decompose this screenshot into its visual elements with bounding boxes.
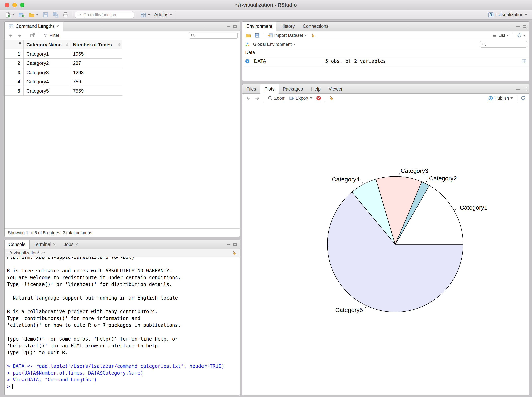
close-tab-icon[interactable] [56,24,59,29]
maximize-icon [233,25,237,28]
print-button[interactable] [61,11,70,19]
refresh-environment-button[interactable] [515,32,527,39]
export-plot-button[interactable]: Export [288,95,314,101]
delete-plot-icon [316,96,321,101]
close-tab-icon[interactable] [75,242,78,247]
new-project-button[interactable] [17,11,26,19]
tab-label: Packages [283,86,303,92]
open-in-new-window-button[interactable] [28,32,37,39]
table-row: 4Category4759 [5,77,122,86]
maximize-pane-button[interactable] [523,87,526,90]
nav-forward-button[interactable] [15,32,24,39]
console-pane: Console Terminal Jobs [4,240,240,395]
object-name: DATA [252,58,323,64]
import-dataset-button[interactable]: Import Dataset [266,32,308,39]
maximize-pane-button[interactable] [523,25,526,28]
tab-console[interactable]: Console [5,240,30,249]
tab-terminal[interactable]: Terminal [30,240,60,249]
save-workspace-button[interactable] [253,32,261,39]
filter-button[interactable]: Filter [42,32,61,39]
table-search-box [189,32,238,39]
cell-number-of-times: 237 [70,59,122,68]
list-icon [492,33,497,38]
pie-label-line [399,173,399,176]
tab-jobs[interactable]: Jobs [60,240,82,249]
tab-label: Viewer [329,86,342,92]
new-file-button[interactable] [3,11,16,19]
column-header-category-name[interactable]: Category.Name [24,40,70,50]
caret-down-icon [148,14,150,15]
tab-command-lengths[interactable]: Command Lengths [5,22,63,31]
publish-label: Publish [494,96,509,101]
data-table-body: 1Category119652Category22373Category3129… [5,50,122,96]
minimize-window-button[interactable] [13,3,17,7]
close-window-button[interactable] [5,3,9,7]
sort-arrows-icon [66,43,68,46]
environment-scope-button[interactable]: Global Environment [252,41,297,48]
previous-plot-button[interactable] [244,95,252,101]
remove-plot-button[interactable] [315,95,323,101]
clear-environment-button[interactable] [309,32,317,39]
goto-file-input[interactable] [83,12,132,17]
caret-down-icon [507,35,509,36]
pane-layout-button[interactable] [139,11,152,19]
console[interactable]: Platform: x86_64-apple-darwin15.6.0 (64-… [5,257,240,395]
environment-view-mode-button[interactable]: List [490,32,510,39]
open-file-button[interactable] [27,11,40,19]
pane-window-buttons [516,22,529,31]
minimize-pane-button[interactable] [516,26,520,27]
maximize-pane-button[interactable] [233,25,237,28]
cell-category-name: Category1 [24,50,70,59]
load-workspace-button[interactable] [244,32,252,39]
console-output-line [7,356,237,363]
cell-number-of-times: 1293 [70,68,122,77]
environment-search-input[interactable] [488,42,525,47]
pie-label-line [365,306,367,309]
environment-object-row[interactable]: DATA 5 obs. of 2 variables [242,56,529,66]
refresh-plot-button[interactable] [519,95,527,101]
console-prompt-line[interactable]: > [7,383,237,390]
working-directory-label: ~/r-visualization/ [7,250,39,256]
goto-directory-icon[interactable] [41,251,45,255]
tab-help[interactable]: Help [307,84,324,93]
expand-object-icon[interactable] [245,59,250,64]
tab-history[interactable]: History [276,22,299,31]
next-plot-button[interactable] [253,95,261,101]
row-number-header[interactable] [5,40,24,50]
save-button[interactable] [41,11,50,19]
tab-packages[interactable]: Packages [279,84,307,93]
table-footer-status: Showing 1 to 5 of 5 entries, 2 total col… [5,228,240,237]
maximize-pane-button[interactable] [233,243,237,246]
column-header-number-of-times[interactable]: Number.of.Times [70,40,122,50]
project-name-label: r-visualization [495,12,523,18]
tab-files[interactable]: Files [242,84,260,93]
zoom-window-button[interactable] [20,3,25,7]
tab-viewer[interactable]: Viewer [324,84,347,93]
save-all-button[interactable] [51,11,60,19]
global-environment-icon [245,42,250,47]
row-number-cell: 2 [5,59,24,68]
tab-connections[interactable]: Connections [299,22,333,31]
addins-button[interactable]: Addins [152,11,174,18]
list-label: List [498,33,505,38]
caret-down-icon [304,35,307,36]
clear-console-broom-icon[interactable] [232,250,237,256]
nav-back-button[interactable] [7,32,15,39]
clear-all-plots-button[interactable] [328,95,336,101]
pie-label-category4: Category4 [332,176,360,183]
project-menu-button[interactable]: r-visualization [486,11,529,19]
minimize-pane-button[interactable] [516,88,520,90]
minimize-pane-button[interactable] [227,244,230,245]
tab-environment[interactable]: Environment [242,22,276,31]
view-data-grid-icon[interactable] [521,59,526,64]
goto-file-search [75,11,134,18]
tab-plots[interactable]: Plots [260,84,279,93]
pane-window-buttons [516,84,529,93]
publish-button[interactable]: Publish [487,95,514,101]
table-row: 3Category31293 [5,68,122,77]
zoom-plot-button[interactable]: Zoom [266,95,287,101]
table-search-input[interactable] [196,33,236,38]
minimize-pane-button[interactable] [227,26,230,27]
close-tab-icon[interactable] [53,242,56,247]
toolbar-separator [176,12,176,18]
